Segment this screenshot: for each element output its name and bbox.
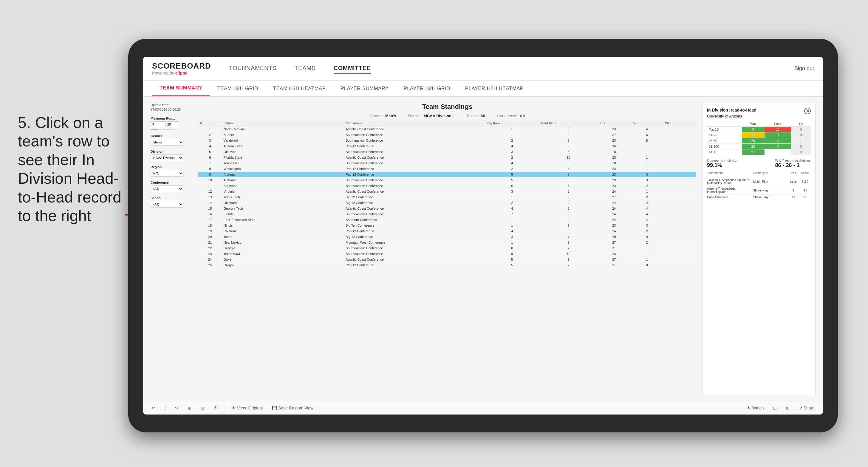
sub-nav-team-h2h-grid[interactable]: TEAM H2H GRID (210, 81, 266, 96)
school-cell: North Carolina (222, 126, 344, 132)
table-row[interactable]: 23 Texas A&M Southeastern Conference 9 1… (198, 251, 696, 257)
win-cell (663, 217, 696, 223)
table-row[interactable]: 9 Arizona Pac-12 Conference 5 8 23 3 (198, 172, 696, 178)
col-win: Win (663, 121, 696, 126)
table-row[interactable]: 13 Texas Tech Big 12 Conference 1 9 27 2 (198, 194, 696, 200)
table-row[interactable]: 8 Washington Pac-12 Conference 2 8 23 1 (198, 166, 696, 172)
win-cell (663, 149, 696, 155)
sub-nav-player-summary[interactable]: PLAYER SUMMARY (333, 81, 396, 96)
table-row[interactable]: 5 Ole Miss Southeastern Conference 3 6 1… (198, 149, 696, 155)
conference-cell: Pac-12 Conference (344, 166, 485, 172)
conf-rank-cell: 8 (539, 172, 597, 178)
h2h-wlt-value: 86 - 26 - 1 (775, 162, 811, 168)
rank-cell: 19 (198, 228, 222, 234)
share-button[interactable]: ↗ Share (797, 404, 817, 411)
rank-cell: 3 (198, 138, 222, 144)
table-row[interactable]: 4 Arizona State Pac-12 Conference 4 9 26… (198, 144, 696, 149)
table-row[interactable]: 25 Oregon Pac-12 Conference 5 7 21 0 (198, 262, 696, 268)
tournament-name: Jackson T. Stephens Cup Men's Match-Play… (707, 178, 753, 185)
filter-gender-select[interactable]: Men's (151, 139, 183, 146)
table-row[interactable]: 16 Florida Southeastern Conference 7 9 2… (198, 212, 696, 217)
win-cell (663, 183, 696, 189)
reg-rank-cell: 2 (485, 138, 539, 144)
watch-button[interactable]: 👁 Watch (744, 404, 766, 411)
tour-cell: 1 (630, 149, 663, 155)
table-row[interactable]: 18 Illinois Big Ten Conference 1 9 23 3 (198, 223, 696, 228)
save-custom-button[interactable]: 💾 Save Custom View (270, 404, 316, 411)
sub-nav-team-summary[interactable]: TEAM SUMMARY (152, 81, 210, 96)
paste-button[interactable]: ⊟ (198, 404, 207, 411)
undo-button[interactable]: ↩ (149, 404, 157, 411)
table-row[interactable]: 24 Duke Atlantic Coast Conference 5 9 27… (198, 257, 696, 262)
filter-conference-select[interactable]: (All) (151, 186, 183, 192)
filter-slider-fill (151, 129, 158, 130)
table-row[interactable]: 12 Virginia Atlantic Coast Conference 3 … (198, 189, 696, 194)
table-row[interactable]: 15 Georgia Tech Atlantic Coast Conferenc… (198, 206, 696, 212)
filter-division-select[interactable]: NCAA Division I (151, 154, 183, 161)
table-row[interactable]: 6 Florida State Atlantic Coast Conferenc… (198, 155, 696, 160)
min-rounds-min-input[interactable] (151, 121, 164, 127)
rds-cell: 27 (597, 240, 630, 245)
conference-cell: Pac-12 Conference (344, 262, 485, 268)
table-row[interactable]: 3 Vanderbilt Southeastern Conference 2 8… (198, 138, 696, 144)
table-row[interactable]: 22 Georgia Southeastern Conference 8 7 2… (198, 245, 696, 251)
rds-cell: 24 (597, 200, 630, 206)
h2h-range-cell: 26-50 (707, 138, 742, 144)
h2h-row: Top 10 3 13 0 (707, 127, 811, 132)
rds-cell: 23 (597, 138, 630, 144)
school-cell: New Mexico (222, 240, 344, 245)
redo-button[interactable]: ↪ (173, 404, 181, 411)
sub-nav-team-h2h-heatmap[interactable]: TEAM H2H HEATMAP (266, 81, 333, 96)
sub-nav-player-h2h-heatmap[interactable]: PLAYER H2H HEATMAP (458, 81, 531, 96)
layout-button[interactable]: ⊡ (771, 404, 779, 411)
table-row[interactable]: 7 Tennessee Southeastern Conference 4 6 … (198, 160, 696, 166)
conf-rank-cell: 6 (539, 149, 597, 155)
view-original-button[interactable]: 👁 View: Original (229, 404, 265, 411)
filter-min-rounds: Minimum Rou... (151, 117, 192, 130)
table-row[interactable]: 20 Texas Big 12 Conference 3 7 20 0 (198, 234, 696, 240)
h2h-close-button[interactable]: ✕ (804, 108, 811, 114)
table-row[interactable]: 1 North Carolina Atlantic Coast Conferen… (198, 126, 696, 132)
h2h-tie-cell: 0 (791, 127, 811, 132)
filter-slider[interactable] (151, 129, 175, 130)
table-row[interactable]: 10 Alabama Southeastern Conference 5 8 2… (198, 178, 696, 183)
nav-teams[interactable]: TEAMS (294, 63, 315, 74)
h2h-win-cell: 27 (742, 149, 765, 155)
col-conf-rank: Conf Rank (539, 121, 597, 126)
sign-out-button[interactable]: Sign out (794, 65, 814, 71)
conf-rank-cell: 10 (539, 155, 597, 160)
table-row[interactable]: 19 California Pac-12 Conference 4 8 24 2 (198, 228, 696, 234)
conf-rank-cell: 8 (539, 183, 597, 189)
grid-button[interactable]: ⊞ (784, 404, 792, 411)
h2h-wlt-stat: W-L-T record in-division: 86 - 26 - 1 (775, 159, 811, 168)
table-row[interactable]: 21 New Mexico Mountain West Conference 1… (198, 240, 696, 245)
division-chip-label: Division: (408, 114, 423, 118)
clock-button[interactable]: ⏱ (211, 404, 220, 411)
filter-school-select[interactable]: (All) (151, 201, 183, 208)
update-time: Update time: 27/03/2024 16:56:26 (151, 103, 192, 112)
conference-cell: Big 12 Conference (344, 194, 485, 200)
toolbar-sep-1 (224, 404, 225, 411)
tournament-row: Arizona Thunderbirds Intercollegiate Str… (707, 186, 811, 195)
table-row[interactable]: 17 East Tennessee State Southern Confere… (198, 217, 696, 223)
table-row[interactable]: 14 Oklahoma Big 12 Conference 2 9 24 2 (198, 200, 696, 206)
nav-tournaments[interactable]: TOURNAMENTS (229, 63, 277, 74)
tablet-screen: SCOREBOARD Powered by clippd TOURNAMENTS… (143, 57, 823, 414)
win-cell (663, 234, 696, 240)
table-row[interactable]: 11 Arkansas Southeastern Conference 6 8 … (198, 183, 696, 189)
table-row[interactable]: 2 Auburn Southeastern Conference 1 9 27 … (198, 132, 696, 138)
conf-rank-cell: 9 (539, 223, 597, 228)
step-back-button[interactable]: ⟨ (162, 404, 168, 411)
sub-nav-player-h2h-grid[interactable]: PLAYER H2H GRID (396, 81, 458, 96)
rank-cell: 4 (198, 144, 222, 149)
filter-region-select[interactable]: N/A (151, 170, 183, 177)
win-cell (663, 155, 696, 160)
h2h-col-tie: Tie (791, 121, 811, 127)
min-rounds-max-input[interactable] (165, 121, 179, 127)
rank-cell: 25 (198, 262, 222, 268)
h2h-win-cell: 3 (742, 127, 765, 132)
conf-rank-cell: 8 (539, 138, 597, 144)
rds-cell: 23 (597, 155, 630, 160)
copy-button[interactable]: ⊞ (185, 404, 194, 411)
nav-committee[interactable]: COMMITTEE (334, 63, 371, 74)
